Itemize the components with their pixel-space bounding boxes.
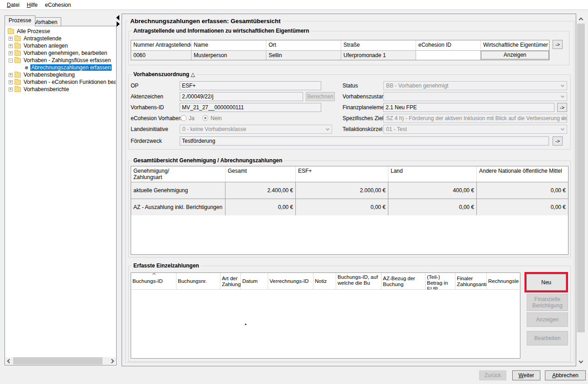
column-header-az-bezug[interactable]: AZ-Bezug der Buchung [382,273,426,290]
column-header-datum[interactable]: Datum [241,273,268,290]
cell-gesamt: 0,00 € [225,199,296,215]
aktenzeichen-field[interactable]: 2./00049/22/j [180,92,303,101]
column-header-eigentuemer: Wirtschaftliche Eigentümer [481,40,549,50]
process-tree: Alle Prozesse + Antragstellende + Vorhab… [5,26,117,365]
foerderzweck-field[interactable]: Testförderung [180,136,549,146]
column-header-esf: ESF+ [296,166,388,182]
folder-icon [15,44,21,49]
tree-item-vorhaben-genehmigen[interactable]: + Vorhaben genehmigen, bearbeiten [6,49,116,57]
vorhabenszustand-select[interactable] [383,92,567,101]
foerderzweck-goto-button[interactable]: -> [553,136,563,146]
teilaktionskuerzel-select[interactable]: 01 - Test [383,125,567,134]
neu-button[interactable]: Neu [526,274,566,291]
anzeigen-button[interactable]: Anzeigen [527,312,568,327]
finanzielle-berichtigung-button[interactable]: Finanzielle Berichtigung [527,294,568,311]
aktenzeichen-label: Aktenzeichen [131,93,163,100]
column-header-notiz[interactable]: Notiz [314,273,336,290]
bearbeiten-button[interactable]: Bearbeiten [527,331,568,345]
anzeigen-cell-button[interactable]: Anzeigen [481,51,549,59]
tree-item-antragstellende[interactable]: + Antragstellende [6,35,116,42]
column-header-andere: Andere Nationale öffentliche Mittel [477,166,568,182]
cell-gesamt: 2.400,00 € [225,182,296,199]
page-title: Abrechnungszahlungen erfassen: Gesamtübe… [128,18,283,24]
group-vorhabenszuordnung-title: Vorhabenszuordnung △ [132,71,197,78]
folder-icon [15,51,21,56]
cell-eigentuemer: Anzeigen [481,50,549,60]
tree-item-vorhabensbegleitung[interactable]: + Vorhabensbegleitung [6,71,116,78]
tab-prozesse[interactable]: Prozesse [5,15,35,26]
group-einzelzahlungen-title: Erfasste Einzelzahlungen [132,262,201,269]
column-header-art-der-zahlung[interactable]: Art der Zahlung [220,273,241,290]
applicants-goto-button[interactable]: -> [553,40,563,49]
chevron-down-icon [561,127,564,131]
spezifisches-ziel-select[interactable]: SZ 4 h) - Förderung der aktiven Inklusio… [383,114,567,123]
applicants-table: Nummer Antragstellende Name Ort Straße e… [131,40,549,60]
op-label: OP [131,83,138,89]
tree-item-ecohesion-funktionen[interactable]: + Vorhaben - eCohesion Funktionen bearbe… [6,78,116,86]
expand-icon[interactable]: + [9,87,13,92]
folder-icon [15,73,21,78]
column-header-buchungs-id-bezug[interactable]: Buchungs-ID, auf welche die Bu [336,273,382,290]
column-header-verrechnungs-id[interactable]: Verrechnungs-ID [268,273,314,290]
tree-item-zahlungsfluesse[interactable]: - Vorhaben - Zahlungsflüsse erfassen [6,57,116,64]
cell-ecohesion-id [416,50,481,60]
ecohesion-vorhaben-label: eCohesion Vorhaben [131,115,181,122]
zurueck-button[interactable]: Zurück [479,370,506,380]
op-field[interactable]: ESF+ [180,81,321,90]
scroll-left-icon[interactable] [5,357,13,365]
column-header-teilbetrag[interactable]: (Teil-) Betrag in EUR [426,273,456,290]
splitter-collapse-left-icon[interactable] [116,15,119,20]
finanzplanelement-goto-button[interactable]: -> [557,103,567,112]
tree-item-vorhaben-anlegen[interactable]: + Vorhaben anlegen [6,42,116,49]
vorhabens-id-field[interactable]: MV_21_27__0000000111 [180,103,321,112]
column-header-land: Land [388,166,477,182]
foerderzweck-label: Förderzweck [131,138,162,144]
column-header-finaler-zahlungsantrag[interactable]: Finaler Zahlungsantra [456,273,487,290]
splitter-expand-right-icon[interactable] [117,21,120,27]
collapse-icon[interactable]: - [9,58,13,63]
column-header-rechnungslegung[interactable]: Rechnungsleg [487,273,519,290]
cell-strasse: Uferpromonade 1 [341,50,416,60]
main-vertical-scrollbar[interactable] [577,16,585,365]
expand-icon[interactable]: + [9,44,13,48]
radio-nein[interactable] [202,115,208,121]
column-header-gesamt: Gesamt [225,166,296,182]
expand-icon[interactable]: + [9,37,13,41]
menubar: Datei Hilfe eCohesion [0,0,588,10]
abbrechen-button[interactable]: Abbrechen [545,370,586,380]
sort-ascending-icon [152,273,156,276]
scroll-right-icon[interactable] [108,357,116,365]
finanzplanelement-field[interactable]: 2.1 Neu FPE [383,103,554,112]
weiter-button[interactable]: Weiter [512,370,540,380]
landesinitiative-select[interactable]: 0 - keine Vorhabensklasse [180,125,332,134]
cell-name: Musterperson [191,50,266,60]
cell-art: aktuelle Genehmigung [131,182,225,199]
menu-datei[interactable]: Datei [3,1,23,9]
hscroll-thumb[interactable] [13,357,103,365]
tree-horizontal-scrollbar[interactable] [5,357,116,365]
menu-hilfe[interactable]: Hilfe [23,1,41,9]
expand-icon[interactable]: + [9,80,13,84]
expand-icon[interactable]: + [9,73,13,77]
chevron-down-icon [561,83,564,87]
column-header-ecohesion-id: eCohesion ID [416,40,481,50]
scroll-up-icon[interactable] [577,16,585,24]
berechnen-button[interactable]: Berechnen [306,92,335,101]
tree-item-alle-prozesse[interactable]: Alle Prozesse [6,28,116,35]
vorhabens-id-label: Vorhabens-ID [131,104,164,111]
group-antragstellende-title: Antragstellende und Informationen zu wir… [132,28,311,34]
expand-icon[interactable]: + [9,51,13,55]
tree-item-abrechnungszahlungen[interactable]: Abrechnungszahlungen erfassen [6,64,116,71]
column-header-buchungsnr[interactable]: Buchungsnr. [176,273,220,290]
teilaktionskuerzel-label: Teilaktionskürzel [343,126,382,132]
radio-ja[interactable] [181,115,186,121]
spezifisches-ziel-label: Spezifisches Ziel [343,115,383,122]
menu-ecohesion[interactable]: eCohesion [41,1,74,9]
app-window: Datei Hilfe eCohesion Prozesse Vorhaben … [0,0,588,384]
column-header-buchungs-id[interactable]: Buchungs-ID [131,273,176,290]
group-genehmigung-title: Gesamtübersicht Genehmigung / Abrechnung… [132,157,284,164]
vscroll-thumb[interactable] [577,24,585,332]
tree-item-vorhabensberichte[interactable]: + Vorhabensberichte [6,86,116,93]
scroll-down-icon[interactable] [577,357,585,365]
status-select[interactable]: BB - Vorhaben genehmigt [383,81,567,90]
